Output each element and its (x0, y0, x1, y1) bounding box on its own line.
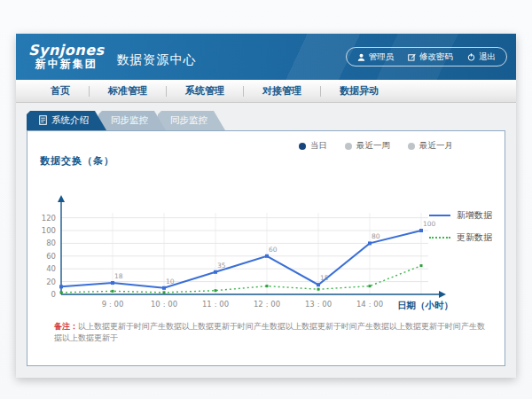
power-icon (467, 53, 475, 61)
legend-item-new-data: 新增数据 (429, 209, 492, 222)
radio-dot[interactable] (345, 143, 352, 150)
legend-label: 更新数据 (457, 231, 492, 244)
legend-solid-line-swatch (429, 215, 450, 216)
brand-logo-cn: 新中新集团 (35, 59, 98, 70)
point-label: 35 (217, 262, 226, 270)
legend-label: 新增数据 (457, 209, 492, 222)
series-marker (59, 285, 63, 288)
time-range-filter: 当日 最近一周 最近一月 (299, 140, 453, 152)
chart-panel: 当日 最近一周 最近一月 数据交换（条） 0204060801001209：00… (27, 130, 505, 366)
page-card: Synjones 新中新集团 数据资源中心 管理员 修改密码 退出 (16, 34, 516, 378)
y-tick-label: 20 (46, 278, 56, 286)
nav-item-system-mgmt[interactable]: 系统管理 (167, 84, 243, 98)
series-marker (214, 270, 217, 274)
point-label: 10 (166, 278, 175, 286)
series-marker (111, 281, 114, 285)
user-icon (357, 53, 365, 61)
radio-label: 最近一周 (356, 140, 390, 152)
line-chart: 0204060801001209：0010：0011：0012：0013：001… (38, 170, 457, 321)
series-marker (266, 285, 269, 287)
point-label: 15 (320, 274, 329, 282)
document-icon (39, 115, 47, 127)
series-marker (60, 291, 63, 293)
y-tick-label: 0 (51, 290, 56, 299)
radio-option-last-week[interactable]: 最近一周 (345, 140, 390, 152)
nav-item-standard-mgmt[interactable]: 标准管理 (90, 84, 166, 98)
main-nav: 首页 标准管理 系统管理 对接管理 数据异动 (16, 80, 516, 103)
tab-bar: 系统介绍 同步监控 同步监控 (27, 111, 217, 130)
series-marker (163, 291, 166, 293)
app-header: Synjones 新中新集团 数据资源中心 管理员 修改密码 退出 (16, 34, 516, 80)
point-label: 18 (114, 272, 123, 280)
series-marker (420, 264, 423, 267)
nav-item-data-change[interactable]: 数据异动 (321, 84, 397, 98)
tab-label: 同步监控 (170, 114, 207, 127)
admin-user-label: 管理员 (369, 51, 395, 63)
footnote: 备注：以上数据更新于时间产生数据以上数据更新于时间产生数据以上数据更新于时间产生… (54, 321, 489, 343)
tab-system-intro[interactable]: 系统介绍 (27, 111, 106, 130)
series-marker (317, 288, 320, 291)
change-password-button[interactable]: 修改密码 (408, 51, 453, 63)
chart-y-axis-title: 数据交换（条） (40, 154, 114, 168)
series-marker (265, 254, 269, 258)
point-label: 60 (269, 246, 278, 254)
brand-logo-en: Synjones (28, 43, 105, 59)
page-title: 数据资源中心 (117, 52, 197, 68)
radio-label: 最近一月 (419, 140, 453, 152)
x-tick-label: 12：00 (254, 300, 280, 309)
legend-dotted-line-swatch (429, 237, 450, 239)
x-tick-label: 13：00 (305, 300, 332, 309)
change-password-label: 修改密码 (419, 51, 453, 63)
edit-icon (408, 53, 416, 61)
chart-legend: 新增数据 更新数据 (429, 209, 492, 244)
tab-label: 同步监控 (111, 114, 148, 127)
footnote-text: 以上数据更新于时间产生数据以上数据更新于时间产生数据以上数据更新于时间产生数据以… (54, 322, 485, 342)
tab-sync-monitor-1[interactable]: 同步监控 (98, 111, 166, 130)
logout-button[interactable]: 退出 (467, 51, 496, 63)
footnote-prefix: 备注： (54, 322, 78, 331)
radio-label: 当日 (310, 140, 327, 152)
legend-item-updated-data: 更新数据 (429, 231, 492, 244)
y-tick-label: 100 (42, 226, 56, 235)
x-tick-label: 11：00 (202, 300, 229, 309)
series-marker (112, 290, 114, 293)
chart-x-axis-title: 日期（小时） (397, 300, 453, 311)
nav-item-connect-mgmt[interactable]: 对接管理 (244, 84, 320, 98)
y-tick-label: 80 (46, 239, 56, 247)
y-tick-label: 120 (42, 214, 56, 223)
series-marker (419, 229, 423, 232)
nav-item-home[interactable]: 首页 (32, 84, 89, 98)
radio-option-today[interactable]: 当日 (299, 140, 327, 152)
tab-sync-monitor-2[interactable]: 同步监控 (158, 111, 225, 130)
series-marker (369, 285, 372, 287)
admin-user-button[interactable]: 管理员 (357, 51, 395, 63)
x-tick-label: 14：00 (356, 300, 383, 309)
brand-logo: Synjones 新中新集团 (28, 43, 105, 69)
radio-dot[interactable] (408, 143, 415, 150)
series-marker (368, 241, 372, 245)
tab-label: 系统介绍 (51, 114, 89, 127)
x-axis-arrow (439, 291, 446, 298)
line-chart-svg: 0204060801001209：0010：0011：0012：0013：001… (38, 170, 457, 321)
user-toolbar: 管理员 修改密码 退出 (346, 47, 508, 66)
y-axis-arrow (58, 195, 65, 202)
x-tick-label: 9：00 (102, 300, 124, 309)
radio-dot[interactable] (299, 143, 306, 150)
point-label: 80 (372, 232, 380, 240)
radio-option-last-month[interactable]: 最近一月 (408, 140, 453, 152)
series-marker (215, 289, 217, 292)
series-marker (317, 283, 320, 286)
y-tick-label: 60 (46, 252, 56, 261)
series-marker (162, 286, 166, 290)
x-tick-label: 10：00 (151, 300, 177, 309)
logout-label: 退出 (479, 51, 496, 63)
y-tick-label: 40 (46, 264, 56, 273)
